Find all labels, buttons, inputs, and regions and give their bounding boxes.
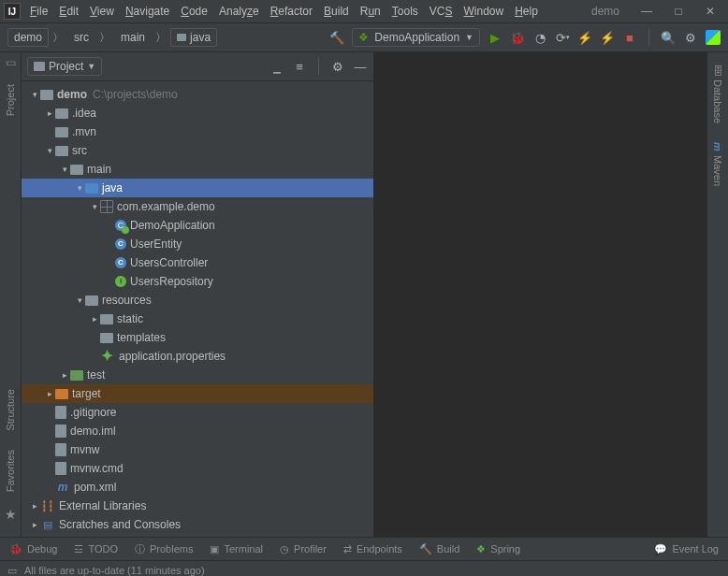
tree-node-UserEntity[interactable]: CUserEntity bbox=[22, 235, 373, 253]
breadcrumb-src[interactable]: src bbox=[67, 28, 95, 47]
problems-tool-tab[interactable]: ⓘProblems bbox=[135, 542, 193, 556]
run-play-icon[interactable]: ▶ bbox=[488, 30, 502, 45]
tree-node-UsersRepository[interactable]: IUsersRepository bbox=[22, 272, 373, 291]
project-view-selector[interactable]: Project ▼ bbox=[27, 57, 102, 76]
breadcrumb-java[interactable]: java bbox=[170, 28, 217, 47]
menu-edit[interactable]: Edit bbox=[59, 5, 79, 18]
tree-node-templates[interactable]: templates bbox=[22, 328, 373, 347]
chevron-down-icon[interactable]: ▾ bbox=[59, 165, 70, 174]
event-log-button[interactable]: 💬Event Log bbox=[654, 543, 719, 555]
favorites-tool-tab[interactable]: Favorites bbox=[5, 446, 16, 496]
tree-node-main[interactable]: ▾main bbox=[22, 160, 373, 179]
window-minimize-button[interactable]: — bbox=[633, 2, 661, 21]
tree-node-application-properties[interactable]: ⯌application.properties bbox=[22, 347, 373, 366]
project-tool-icon[interactable]: ▭ bbox=[6, 56, 16, 69]
breadcrumb-main[interactable]: main bbox=[114, 28, 152, 47]
chevron-down-icon[interactable]: ▾ bbox=[44, 146, 55, 155]
tree-node-mvnw[interactable]: mvnw bbox=[22, 440, 373, 459]
breadcrumb-demo[interactable]: demo bbox=[7, 28, 49, 47]
hammer-build-icon[interactable]: 🔨 bbox=[329, 30, 344, 45]
toolwindow-gear-icon[interactable]: ⚙ bbox=[330, 60, 345, 74]
menu-refactor[interactable]: Refactor bbox=[270, 5, 313, 18]
tree-node-label: target bbox=[72, 387, 101, 400]
stop-icon[interactable]: ■ bbox=[622, 30, 637, 45]
menu-help[interactable]: Help bbox=[515, 5, 538, 18]
chevron-down-icon[interactable]: ▾ bbox=[89, 202, 100, 211]
menu-run[interactable]: Run bbox=[360, 5, 381, 18]
settings-gear-icon[interactable]: ⚙ bbox=[683, 30, 698, 45]
debug-bug-icon[interactable]: 🐞 bbox=[510, 30, 525, 45]
tree-node--idea[interactable]: ▸.idea bbox=[22, 104, 373, 122]
profiler-tool-tab[interactable]: ◷Profiler bbox=[280, 543, 327, 555]
todo-tool-tab[interactable]: ☲TODO bbox=[74, 543, 118, 555]
tree-node-java[interactable]: ▾java bbox=[22, 179, 373, 197]
tree-node-demo[interactable]: ▾demoC:\projects\demo bbox=[22, 85, 373, 104]
intf-icon: I bbox=[115, 276, 126, 287]
window-close-button[interactable]: ✕ bbox=[696, 2, 724, 21]
chevron-down-icon[interactable]: ▾ bbox=[74, 183, 85, 193]
folder-icon bbox=[177, 34, 186, 41]
maven-tool-tab[interactable]: mMaven bbox=[712, 138, 723, 190]
tree-node-mvnw-cmd[interactable]: mvnw.cmd bbox=[22, 459, 373, 478]
database-icon: 🗄 bbox=[712, 65, 723, 76]
favorites-star-icon[interactable]: ★ bbox=[5, 507, 17, 522]
search-icon[interactable]: 🔍 bbox=[661, 30, 676, 45]
tree-node-Scratches-and-Consoles[interactable]: ▸▤Scratches and Consoles bbox=[22, 515, 373, 534]
chevron-right-icon[interactable]: ▸ bbox=[89, 314, 100, 324]
build-tool-tab[interactable]: 🔨Build bbox=[419, 543, 459, 555]
tree-node-demo-iml[interactable]: demo.iml bbox=[22, 422, 373, 440]
editor-area[interactable] bbox=[374, 52, 706, 537]
status-bar-icon[interactable]: ▭ bbox=[7, 565, 17, 577]
select-opened-file-icon[interactable]: ⎯̲ bbox=[269, 60, 284, 74]
chevron-right-icon[interactable]: ▸ bbox=[44, 108, 55, 118]
tree-node-External-Libraries[interactable]: ▸┇┇External Libraries bbox=[22, 497, 373, 515]
project-tree[interactable]: ▾demoC:\projects\demo▸.idea.mvn▾src▾main… bbox=[22, 81, 373, 537]
structure-tool-tab[interactable]: Structure bbox=[5, 385, 16, 435]
chevron-down-icon[interactable]: ▾ bbox=[74, 295, 85, 305]
terminal-tool-tab[interactable]: ▣Terminal bbox=[210, 543, 263, 555]
endpoints-tool-tab[interactable]: ⇄Endpoints bbox=[343, 543, 402, 555]
tree-node-src[interactable]: ▾src bbox=[22, 141, 373, 160]
tree-node-com-example-demo[interactable]: ▾com.example.demo bbox=[22, 197, 373, 216]
ide-logo-icon: IJ bbox=[4, 3, 21, 20]
hide-toolwindow-icon[interactable]: — bbox=[353, 60, 368, 74]
project-tool-tab[interactable]: Project bbox=[5, 80, 16, 120]
attach-icon[interactable]: ⚡ bbox=[577, 30, 592, 45]
run-coverage-icon[interactable]: ◔ bbox=[532, 30, 547, 45]
tree-node--gitignore[interactable]: .gitignore bbox=[22, 403, 373, 422]
chevron-right-icon[interactable]: ▸ bbox=[29, 501, 40, 511]
tree-node--mvn[interactable]: .mvn bbox=[22, 122, 373, 141]
plugins-cube-icon[interactable] bbox=[706, 30, 721, 45]
chevron-right-icon[interactable]: ▸ bbox=[59, 370, 70, 380]
spring-tool-tab[interactable]: ❖Spring bbox=[476, 543, 520, 555]
database-tool-tab[interactable]: 🗄Database bbox=[712, 62, 723, 127]
tree-node-label: demo bbox=[57, 88, 87, 101]
tree-node-test[interactable]: ▸test bbox=[22, 366, 373, 384]
tree-node-static[interactable]: ▸static bbox=[22, 310, 373, 328]
chevron-down-icon[interactable]: ▾ bbox=[29, 90, 40, 99]
tree-node-pom-xml[interactable]: mpom.xml bbox=[22, 478, 373, 497]
run-profile-icon[interactable]: ⟳▾ bbox=[555, 30, 570, 45]
navigation-toolbar: demo〉src〉main〉java 🔨 ❖ DemoApplication ▼… bbox=[0, 23, 728, 52]
menu-analyze[interactable]: Analyze bbox=[219, 5, 259, 18]
rerun-icon[interactable]: ⚡ bbox=[600, 30, 615, 45]
chevron-right-icon[interactable]: ▸ bbox=[29, 520, 40, 529]
menu-vcs[interactable]: VCS bbox=[430, 5, 453, 18]
tree-node-DemoApplication[interactable]: CDemoApplication bbox=[22, 216, 373, 235]
tree-node-UsersController[interactable]: CUsersController bbox=[22, 253, 373, 272]
menu-window[interactable]: Window bbox=[463, 5, 503, 18]
collapse-all-icon[interactable]: ≡ bbox=[292, 60, 307, 74]
run-configuration-dropdown[interactable]: ❖ DemoApplication ▼ bbox=[352, 28, 480, 47]
menu-file[interactable]: FFileile bbox=[30, 5, 48, 18]
chevron-right-icon[interactable]: ▸ bbox=[44, 389, 55, 398]
left-tool-rail: ▭ Project Structure Favorites ★ bbox=[0, 52, 22, 537]
menu-code[interactable]: Code bbox=[181, 5, 208, 18]
menu-tools[interactable]: Tools bbox=[392, 5, 418, 18]
menu-view[interactable]: View bbox=[90, 5, 114, 18]
menu-navigate[interactable]: Navigate bbox=[125, 5, 169, 18]
debug-tool-tab[interactable]: 🐞Debug bbox=[9, 543, 57, 555]
tree-node-target[interactable]: ▸target bbox=[22, 384, 373, 403]
tree-node-resources[interactable]: ▾resources bbox=[22, 291, 373, 310]
window-maximize-button[interactable]: □ bbox=[664, 2, 692, 21]
menu-build[interactable]: Build bbox=[324, 5, 349, 18]
